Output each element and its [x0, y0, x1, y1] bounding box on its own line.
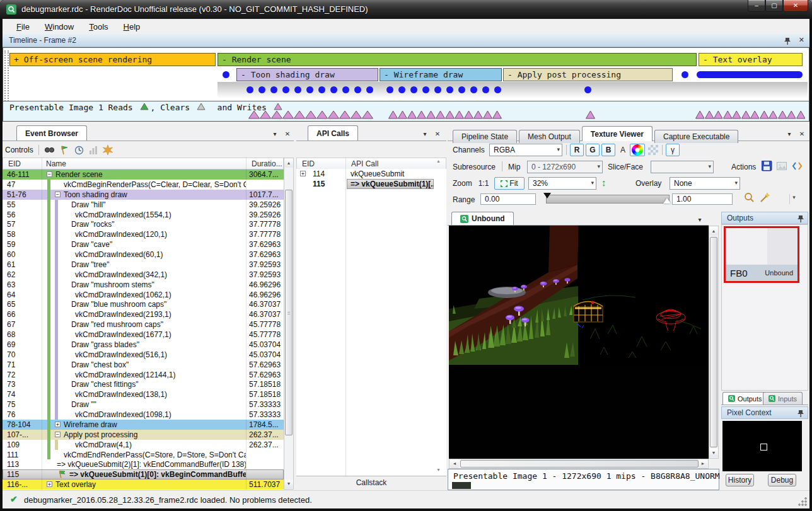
open-link-icon[interactable] [777, 161, 787, 171]
menu-file[interactable]: File [10, 20, 36, 33]
api-calls-close-icon[interactable]: ✕ [432, 129, 443, 139]
scrollbar-thumb[interactable] [460, 460, 699, 468]
timeline-bar-text-overlay[interactable]: - Text overlay [699, 53, 803, 66]
event-row-73[interactable]: 73Draw "chest fittings"57.18518 [3, 379, 284, 389]
zoom-1-1-button[interactable]: 1:1 [475, 177, 492, 190]
duration-graph-icon[interactable] [89, 146, 98, 155]
maximize-button[interactable]: ▢ [765, 0, 783, 12]
timeline-event-dot[interactable] [223, 71, 229, 78]
tab-api-calls[interactable]: API Calls [308, 125, 358, 141]
scrollbar-thumb[interactable] [285, 190, 293, 435]
close-button[interactable]: ✕ [783, 0, 808, 12]
pixel-context-view[interactable] [722, 421, 802, 471]
overlay-dropdown[interactable]: None▾ [670, 177, 740, 190]
event-row-64[interactable]: 64vkCmdDrawIndexed(1062,1)46.96296 [3, 290, 284, 300]
event-row-55[interactable]: 55Draw "hill"39.25926 [3, 200, 284, 210]
event-dot[interactable] [342, 86, 349, 93]
col-eid[interactable]: EID [8, 159, 21, 168]
range-black-handle[interactable] [543, 193, 551, 198]
timeline-content[interactable]: Presentable Image 1 Reads , Clears and W… [3, 47, 809, 122]
outputs-panel-header[interactable]: Outputs [721, 212, 808, 224]
event-dot[interactable] [246, 86, 253, 93]
event-row-75[interactable]: 75Draw ""57.33333 [3, 399, 284, 410]
texture-hscrollbar[interactable]: ◄ ► [449, 459, 709, 469]
right-panel-close-icon[interactable]: ✕ [797, 129, 807, 139]
gamma-button[interactable]: γ [666, 144, 680, 156]
col-eid[interactable]: EID [302, 159, 315, 168]
alpha-channel-button[interactable]: A [617, 144, 629, 156]
event-dot[interactable] [422, 86, 429, 93]
event-row-70[interactable]: 70vkCmdDrawIndexed(516,1)45.03704 [3, 350, 284, 360]
minimize-button[interactable]: – [748, 0, 765, 12]
alpha-background-button[interactable] [647, 144, 659, 156]
pin-icon[interactable] [798, 410, 804, 417]
event-row-107-[interactable]: 107-...−Apply post processing262.37... [3, 430, 284, 440]
event-dot[interactable] [294, 86, 301, 93]
event-row-71[interactable]: 71Draw "chest box"57.62963 [3, 360, 284, 370]
event-row-74[interactable]: 74vkCmdDrawIndexed(138,1)57.18518 [3, 389, 284, 399]
zoom-range-icon[interactable] [744, 192, 755, 204]
title-bar[interactable]: debugmarker.rdc - RenderDoc Unofficial r… [0, 0, 812, 19]
event-row-111[interactable]: 111vkCmdEndRenderPass(C=Store, D=Store, … [3, 450, 284, 460]
col-api-call[interactable]: API Call [351, 159, 378, 168]
expander-plus-icon[interactable]: + [55, 422, 61, 427]
event-row-67[interactable]: 67Draw "red mushroom caps"45.77778 [3, 319, 284, 330]
scroll-down-icon[interactable]: ▼ [709, 449, 718, 457]
timeline-events-pill[interactable] [697, 71, 803, 78]
bookmark-icon[interactable] [103, 145, 113, 155]
timeline-bar-off-screen-scene-rendering[interactable]: + Off-screen scene rendering [9, 53, 216, 66]
timeline-bar-render-scene[interactable]: - Render scene [218, 53, 697, 66]
event-row-116-[interactable]: 116-...+Text overlay511.7037 [3, 479, 284, 490]
expander-plus-icon[interactable]: + [300, 171, 306, 176]
scroll-left-icon[interactable]: ◄ [450, 459, 459, 468]
event-browser-menu-icon[interactable]: ▾ [270, 129, 280, 139]
timeline-panel-header[interactable]: Timeline - Frame #2 ✕ [3, 34, 809, 47]
event-row-113[interactable]: 113=> vkQueueSubmit(2)[1]: vkEndCommandB… [3, 459, 284, 469]
event-table-header[interactable]: EID Name Duratio... [3, 158, 284, 169]
tab-event-browser[interactable]: Event Browser [16, 125, 87, 141]
scroll-right-icon[interactable]: ► [699, 459, 707, 468]
event-dot[interactable] [330, 86, 337, 93]
flip-y-icon[interactable]: ↕ [601, 177, 606, 188]
texture-tab-dropdown-icon[interactable]: ▾ [695, 215, 705, 225]
save-texture-icon[interactable] [762, 161, 772, 171]
texture-display[interactable] [449, 226, 709, 459]
event-dot[interactable] [318, 86, 325, 93]
zoom-dropdown[interactable]: 32%▾ [528, 177, 596, 190]
tab-outputs[interactable]: Outputs [722, 392, 768, 405]
col-name[interactable]: Name [46, 159, 66, 168]
resize-grip[interactable] [798, 497, 807, 506]
event-dot[interactable] [446, 86, 453, 93]
event-row-56[interactable]: 56vkCmdDrawIndexed(1554,1)39.25926 [3, 210, 284, 220]
timeline-bar-wireframe-draw[interactable]: - Wireframe draw [380, 68, 502, 81]
col-duration[interactable]: Duratio... [252, 159, 282, 168]
event-row-47[interactable]: 47vkCmdBeginRenderPass(C=Clear, D=Clear,… [3, 180, 284, 190]
api-table-header[interactable]: EID API Call [296, 158, 446, 169]
event-row-46-111[interactable]: 46-111−Render scene3064.7... [3, 169, 284, 180]
mip-dropdown[interactable]: 0 - 1272x690▾ [527, 161, 603, 173]
goto-resource-icon[interactable] [792, 161, 803, 171]
event-dot[interactable] [282, 86, 289, 93]
timeline-bar-toon-shading-draw[interactable]: - Toon shading draw [236, 68, 378, 81]
range-white-handle[interactable] [663, 198, 671, 204]
color-wheel-button[interactable] [630, 144, 645, 156]
channels-dropdown[interactable]: RGBA▾ [489, 144, 562, 156]
event-row-61[interactable]: 61Draw "tree"37.92593 [3, 260, 284, 270]
event-row-66[interactable]: 66vkCmdDrawIndexed(2193,1)46.37037 [3, 309, 284, 319]
event-row-69[interactable]: 69Draw "grass blades"45.03704 [3, 340, 284, 350]
event-dot[interactable] [270, 86, 277, 93]
event-dot[interactable] [434, 86, 441, 93]
event-row-59[interactable]: 59Draw "cave"37.62963 [3, 239, 284, 250]
menu-window[interactable]: Window [38, 20, 80, 33]
green-channel-button[interactable]: G [586, 144, 600, 156]
time-draws-icon[interactable] [74, 146, 84, 155]
event-row-109[interactable]: 109vkCmdDraw(4,1)262.37... [3, 440, 284, 450]
event-dot[interactable] [470, 86, 477, 93]
timeline-close-icon[interactable]: ✕ [799, 36, 804, 44]
toolbar-overflow-icon[interactable]: ▾ [789, 194, 798, 204]
expander-minus-icon[interactable]: − [55, 432, 61, 437]
event-dot[interactable] [386, 86, 393, 93]
expander-plus-icon[interactable]: + [47, 481, 52, 487]
event-dot[interactable] [494, 86, 501, 93]
event-dot[interactable] [410, 86, 417, 93]
